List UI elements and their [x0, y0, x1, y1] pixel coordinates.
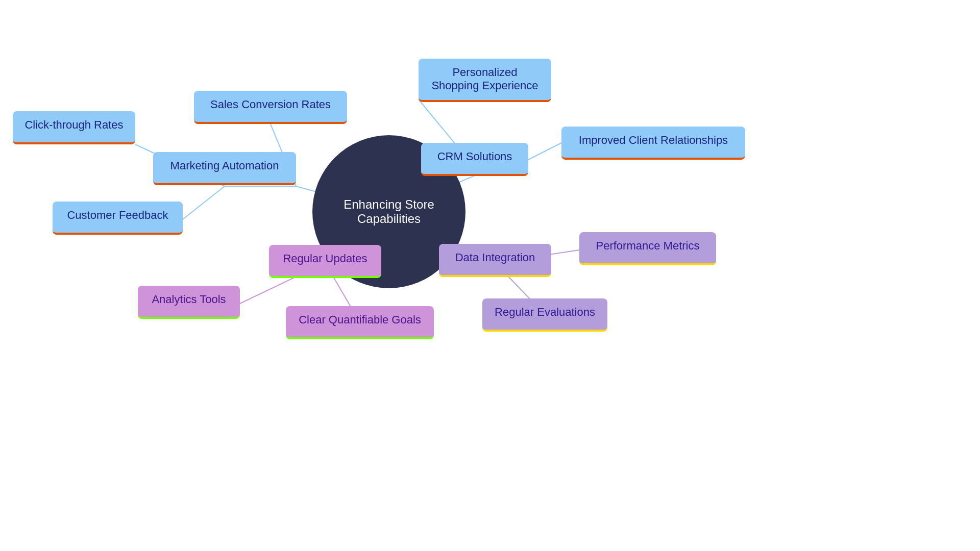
- svg-line-3: [528, 143, 561, 160]
- performance-metrics-node[interactable]: Performance Metrics: [579, 232, 716, 265]
- sales-conversion-node[interactable]: Sales Conversion Rates: [194, 91, 347, 124]
- regular-evaluations-node[interactable]: Regular Evaluations: [482, 298, 607, 332]
- regular-updates-node[interactable]: Regular Updates: [269, 245, 381, 278]
- customer-feedback-node[interactable]: Customer Feedback: [53, 202, 183, 235]
- data-integration-node[interactable]: Data Integration: [439, 244, 551, 277]
- click-through-node[interactable]: Click-through Rates: [13, 111, 135, 144]
- crm-solutions-node[interactable]: CRM Solutions: [421, 143, 528, 176]
- improved-client-node[interactable]: Improved Client Relationships: [561, 127, 745, 160]
- analytics-tools-node[interactable]: Analytics Tools: [138, 286, 240, 319]
- personalized-shopping-node[interactable]: Personalized Shopping Experience: [419, 59, 551, 102]
- svg-line-8: [183, 186, 225, 219]
- marketing-automation-node[interactable]: Marketing Automation: [153, 152, 296, 185]
- clear-goals-node[interactable]: Clear Quantifiable Goals: [286, 306, 434, 339]
